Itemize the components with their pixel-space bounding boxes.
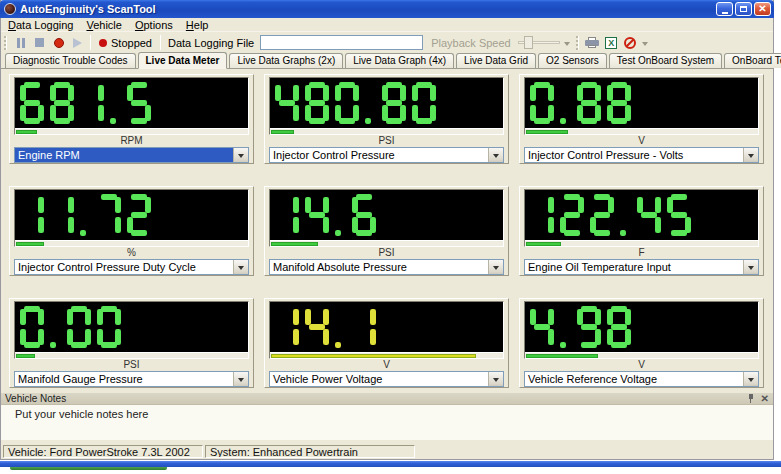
lcd-display	[14, 189, 249, 247]
pause-button[interactable]	[11, 34, 30, 51]
start-button-edge	[10, 467, 167, 470]
lcd-display	[524, 77, 759, 135]
data-logging-file-label: Data Logging File	[164, 37, 260, 49]
print-button[interactable]	[583, 34, 602, 51]
vehicle-notes-text: Put your vehicle notes here	[15, 408, 148, 420]
status-bar: Vehicle: Ford PowerStroke 7.3L 2002 Syst…	[1, 444, 773, 459]
pid-select-value: Engine RPM	[15, 148, 233, 162]
pid-select[interactable]: Manifold Gauge Pressure	[14, 371, 249, 387]
logging-status: Stopped	[94, 37, 157, 49]
lcd-display	[524, 189, 759, 247]
pid-select[interactable]: Vehicle Power Voltage	[269, 371, 504, 387]
toolbar: Stopped Data Logging File Playback Speed…	[1, 33, 773, 52]
dropdown-arrow-icon[interactable]	[488, 372, 503, 386]
tab-live-data-meter[interactable]: Live Data Meter	[138, 52, 228, 69]
gauge-panel: RPM Engine RPM	[9, 74, 254, 164]
pid-select[interactable]: Injector Control Pressure Duty Cycle	[14, 259, 249, 275]
menu-help[interactable]: Help	[186, 19, 209, 31]
tab-diagnostic-trouble-codes[interactable]: Diagnostic Trouble Codes	[5, 53, 136, 68]
pid-select-value: Injector Control Pressure	[270, 148, 488, 162]
toolbar-separator	[90, 35, 91, 50]
stop-button[interactable]	[30, 34, 49, 51]
stop-icon	[35, 38, 44, 47]
pin-icon[interactable]	[747, 394, 755, 403]
menu-data-logging[interactable]: Data Logging	[8, 19, 73, 31]
pid-select[interactable]: Engine RPM	[14, 147, 249, 163]
app-window: AutoEnginuity's ScanTool ✕ Data Logging …	[0, 0, 774, 460]
dropdown-arrow-icon[interactable]	[743, 148, 758, 162]
dropdown-arrow-icon[interactable]	[488, 260, 503, 274]
dropdown-arrow-icon[interactable]	[233, 372, 248, 386]
unit-label: PSI	[14, 360, 249, 370]
export-excel-button[interactable]: X	[602, 34, 621, 51]
gauge-progress-bar	[270, 240, 503, 246]
playback-speed-slider[interactable]	[516, 35, 562, 50]
gauge-grid: RPM Engine RPM PSI Injector Control Pres…	[2, 69, 773, 393]
unit-label: V	[269, 360, 504, 370]
gauge-progress-bar	[15, 240, 248, 246]
gauge-panel: PSI Manifold Gauge Pressure	[9, 298, 254, 388]
gauge-panel: V Injector Control Pressure - Volts	[519, 74, 764, 164]
pid-select-value: Injector Control Pressure - Volts	[525, 148, 743, 162]
pid-select[interactable]: Vehicle Reference Voltage	[524, 371, 759, 387]
tab-onboard-test-results[interactable]: OnBoard Test Results	[724, 53, 781, 68]
playback-speed-label: Playback Speed	[423, 37, 516, 49]
pid-select[interactable]: Injector Control Pressure - Volts	[524, 147, 759, 163]
unit-label: PSI	[269, 136, 504, 146]
tab-bar: Diagnostic Trouble Codes Live Data Meter…	[1, 52, 773, 69]
slider-thumb[interactable]	[524, 36, 533, 49]
dropdown-arrow-icon[interactable]	[488, 148, 503, 162]
tab-live-data-grid[interactable]: Live Data Grid	[456, 53, 536, 68]
pid-select[interactable]: Injector Control Pressure	[269, 147, 504, 163]
menu-options[interactable]: Options	[135, 19, 173, 31]
dropdown-arrow-icon[interactable]	[743, 372, 758, 386]
vehicle-notes-body[interactable]: Put your vehicle notes here	[1, 405, 773, 440]
title-bar[interactable]: AutoEnginuity's ScanTool ✕	[0, 0, 774, 18]
lcd-display	[14, 301, 249, 359]
toolbar-grip[interactable]	[4, 36, 7, 50]
tab-live-data-graphs-2x[interactable]: Live Data Graphs (2x)	[229, 53, 343, 68]
gauge-panel: F Engine Oil Temperature Input	[519, 186, 764, 276]
lcd-display	[269, 301, 504, 359]
pid-select[interactable]: Manifold Absolute Pressure	[269, 259, 504, 275]
dropdown-arrow-icon[interactable]	[233, 148, 248, 162]
toolbar-grip[interactable]	[576, 36, 579, 50]
gauge-panel: PSI Injector Control Pressure	[264, 74, 509, 164]
gauge-progress-bar	[525, 240, 758, 246]
printer-icon	[585, 37, 599, 48]
gauge-panel: PSI Manifold Absolute Pressure	[264, 186, 509, 276]
tab-live-data-graph-4x[interactable]: Live Data Graph (4x)	[345, 53, 454, 68]
status-dot-icon	[99, 39, 107, 47]
play-icon	[73, 38, 82, 48]
pid-select-value: Manifold Absolute Pressure	[270, 260, 488, 274]
pid-select[interactable]: Engine Oil Temperature Input	[524, 259, 759, 275]
close-icon[interactable]: ✕	[761, 394, 769, 404]
dropdown-arrow-icon[interactable]	[233, 260, 248, 274]
minimize-button[interactable]	[716, 2, 733, 16]
pid-select-value: Injector Control Pressure Duty Cycle	[15, 260, 233, 274]
toolbar-overflow-icon[interactable]	[564, 42, 570, 49]
lcd-display	[524, 301, 759, 359]
record-button[interactable]	[49, 34, 68, 51]
gauge-panel: V Vehicle Power Voltage	[264, 298, 509, 388]
menu-vehicle[interactable]: Vehicle	[86, 19, 121, 31]
maximize-button[interactable]	[735, 2, 752, 16]
close-button[interactable]: ✕	[754, 2, 771, 16]
record-icon	[54, 38, 64, 48]
tab-test-onboard-system[interactable]: Test OnBoard System	[609, 53, 722, 68]
status-vehicle: Vehicle: Ford PowerStroke 7.3L 2002	[3, 445, 203, 458]
gauge-progress-bar	[270, 128, 503, 134]
vehicle-notes-header: Vehicle Notes ✕	[1, 393, 773, 405]
menu-bar: Data Logging Vehicle Options Help	[1, 18, 773, 32]
cancel-button[interactable]	[621, 34, 640, 51]
tab-o2-sensors[interactable]: O2 Sensors	[538, 53, 607, 68]
dropdown-arrow-icon[interactable]	[743, 260, 758, 274]
gauge-progress-bar	[525, 128, 758, 134]
gauge-panel: V Vehicle Reference Voltage	[519, 298, 764, 388]
toolbar-overflow-icon[interactable]	[642, 42, 648, 49]
lcd-display	[269, 189, 504, 247]
minimize-icon	[722, 12, 728, 14]
data-logging-file-input[interactable]	[260, 35, 423, 50]
pid-select-value: Engine Oil Temperature Input	[525, 260, 743, 274]
play-button[interactable]	[68, 34, 87, 51]
